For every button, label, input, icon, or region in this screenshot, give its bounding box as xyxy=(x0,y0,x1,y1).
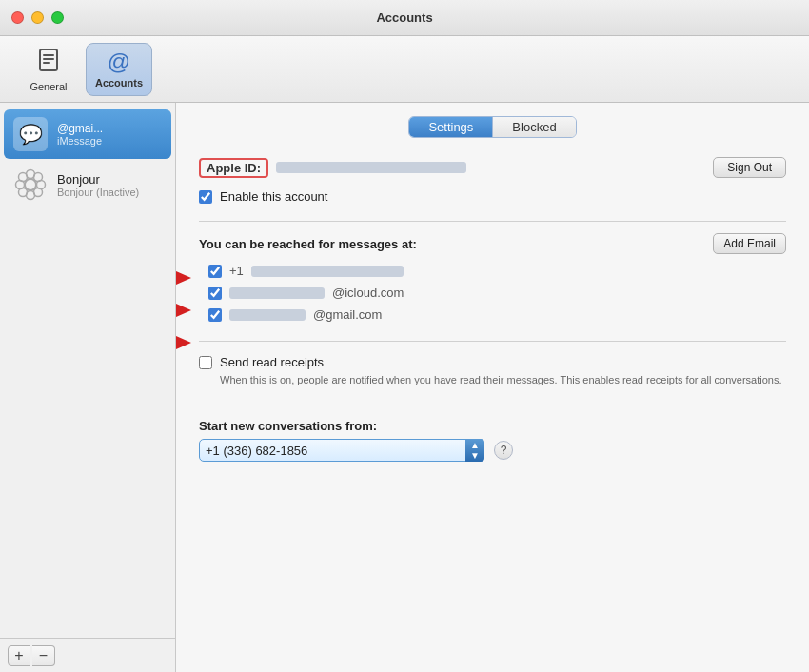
imessage-account-info: @gmai... iMessage xyxy=(57,122,103,147)
apple-id-value xyxy=(276,162,466,173)
sidebar: 💬 @gmai... iMessage xyxy=(0,103,176,672)
start-convo-section: Start new conversations from: +1 (336) 6… xyxy=(199,419,786,462)
apple-id-label: Apple ID: xyxy=(199,158,268,178)
segmented-row: Settings Blocked xyxy=(176,103,809,148)
divider-1 xyxy=(199,221,786,222)
accounts-list: 💬 @gmai... iMessage xyxy=(0,103,175,638)
svg-point-4 xyxy=(25,179,36,190)
arrow-3-icon xyxy=(176,328,191,357)
svg-rect-1 xyxy=(43,54,54,56)
window-controls xyxy=(11,11,64,24)
address-phone-value xyxy=(251,266,404,277)
imessage-type: iMessage xyxy=(57,135,103,147)
arrows-container xyxy=(176,264,191,357)
general-tab-label: General xyxy=(30,81,67,92)
maximize-button[interactable] xyxy=(51,11,64,24)
start-convo-label: Start new conversations from: xyxy=(199,419,786,433)
svg-point-11 xyxy=(19,188,28,197)
bonjour-name: Bonjour xyxy=(57,172,139,187)
svg-marker-14 xyxy=(176,300,191,321)
close-button[interactable] xyxy=(11,11,24,24)
address-gmail-checkbox[interactable] xyxy=(208,308,222,322)
address-row-phone: +1 xyxy=(208,264,786,278)
read-receipts-row: Send read receipts xyxy=(199,355,786,369)
addresses-section: +1 @icloud.com @gmail.com xyxy=(199,264,786,322)
svg-point-12 xyxy=(34,188,43,197)
divider-2 xyxy=(199,341,786,342)
tab-general[interactable]: General xyxy=(15,43,82,96)
sign-out-button[interactable]: Sign Out xyxy=(713,157,786,178)
general-icon xyxy=(35,47,62,77)
chevron-down-icon: ▲ ▼ xyxy=(465,439,484,462)
tab-accounts[interactable]: @ Accounts xyxy=(86,43,152,96)
enable-account-label: Enable this account xyxy=(220,189,327,204)
svg-rect-3 xyxy=(43,62,50,64)
start-convo-value: +1 (336) 682-1856 xyxy=(206,444,307,458)
svg-rect-2 xyxy=(43,58,54,60)
address-gmail-value xyxy=(229,309,306,321)
address-phone-checkbox[interactable] xyxy=(208,265,222,278)
svg-marker-15 xyxy=(176,332,191,353)
bonjour-icon-container xyxy=(13,168,48,202)
remove-account-button[interactable]: − xyxy=(32,645,55,666)
minimize-button[interactable] xyxy=(31,11,44,24)
read-receipts-label: Send read receipts xyxy=(220,355,324,369)
window-title: Accounts xyxy=(376,10,432,25)
add-email-button[interactable]: Add Email xyxy=(713,233,786,254)
reach-header: You can be reached for messages at: xyxy=(199,237,417,251)
sidebar-footer: + − xyxy=(0,638,175,672)
read-receipts-checkbox[interactable] xyxy=(199,356,212,369)
imessage-icon: 💬 xyxy=(19,123,43,146)
accounts-tab-label: Accounts xyxy=(95,77,143,89)
imessage-email: @gmai... xyxy=(57,122,103,135)
address-icloud-suffix: @icloud.com xyxy=(332,286,404,300)
enable-account-checkbox[interactable] xyxy=(199,190,212,204)
title-bar: Accounts xyxy=(0,0,809,36)
start-convo-dropdown[interactable]: +1 (336) 682-1856 ▲ ▼ xyxy=(199,439,484,462)
svg-point-9 xyxy=(19,173,28,182)
reach-header-row: You can be reached for messages at: Add … xyxy=(199,233,786,254)
bonjour-icon xyxy=(14,168,47,201)
address-phone-prefix: +1 xyxy=(229,264,244,278)
read-receipts-description: When this is on, people are notified whe… xyxy=(199,373,786,387)
imessage-icon-container: 💬 xyxy=(13,117,48,151)
detail-panel: Settings Blocked Apple ID: Sign Out Enab… xyxy=(176,103,809,672)
svg-point-10 xyxy=(34,173,43,182)
apple-id-row: Apple ID: Sign Out xyxy=(199,157,786,178)
enable-account-row: Enable this account xyxy=(199,189,786,204)
start-convo-row: +1 (336) 682-1856 ▲ ▼ ? xyxy=(199,439,786,462)
arrow-1-icon xyxy=(176,264,191,292)
accounts-icon: @ xyxy=(108,50,130,73)
bonjour-account-info: Bonjour Bonjour (Inactive) xyxy=(57,172,139,198)
blocked-tab-btn[interactable]: Blocked xyxy=(493,117,575,137)
sidebar-item-bonjour[interactable]: Bonjour Bonjour (Inactive) xyxy=(4,160,171,209)
settings-blocked-control: Settings Blocked xyxy=(408,116,576,138)
read-receipts-section: Send read receipts When this is on, peop… xyxy=(199,355,786,387)
main-area: 💬 @gmai... iMessage xyxy=(0,103,809,672)
address-gmail-suffix: @gmail.com xyxy=(313,307,382,322)
address-icloud-value xyxy=(229,287,325,299)
add-account-button[interactable]: + xyxy=(8,645,30,666)
sidebar-item-imessage[interactable]: 💬 @gmai... iMessage xyxy=(4,109,171,159)
help-button[interactable]: ? xyxy=(494,441,513,460)
bonjour-sub: Bonjour (Inactive) xyxy=(57,187,139,198)
arrow-2-icon xyxy=(176,296,191,325)
settings-tab-btn[interactable]: Settings xyxy=(409,117,493,137)
address-icloud-checkbox[interactable] xyxy=(208,287,222,300)
svg-marker-13 xyxy=(176,267,191,288)
toolbar: General @ Accounts xyxy=(0,36,809,103)
divider-3 xyxy=(199,405,786,405)
detail-content: Apple ID: Sign Out Enable this account Y… xyxy=(176,148,809,672)
address-row-gmail: @gmail.com xyxy=(208,307,786,322)
address-row-icloud: @icloud.com xyxy=(208,286,786,300)
